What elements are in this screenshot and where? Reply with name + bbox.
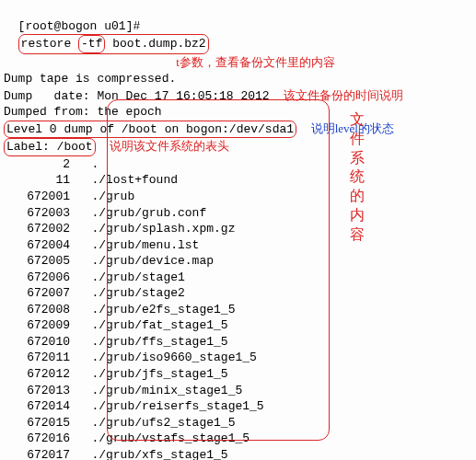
table-row: 672002 ./grub/splash.xpm.gz	[4, 221, 307, 237]
inode-number: 672006	[4, 270, 70, 286]
table-row: 672010 ./grub/ffs_stage1_5	[4, 334, 307, 351]
file-path: ./grub/xfs_stage1_5	[70, 447, 307, 460]
file-path: ./lost+found	[70, 172, 307, 189]
inode-number: 672003	[4, 205, 70, 222]
annotation-t-param: t参数，查看备份文件里的内容	[4, 54, 476, 72]
inode-number: 672017	[4, 447, 70, 460]
file-path: ./grub/splash.xpm.gz	[70, 221, 307, 237]
file-path: ./grub/ufs2_stage1_5	[70, 415, 307, 431]
level-box: Level 0 dump of /boot on bogon:/dev/sda1	[4, 121, 296, 139]
dump-compressed: Dump tape is compressed.	[4, 71, 476, 87]
file-path: ./grub/stage2	[70, 285, 307, 302]
inode-number: 672015	[4, 415, 70, 431]
table-row: 672006 ./grub/stage1	[4, 270, 307, 286]
file-path: ./grub/jfs_stage1_5	[70, 366, 307, 383]
file-path: ./grub/minix_stage1_5	[70, 383, 307, 399]
file-path: ./grub/grub.conf	[70, 205, 307, 222]
file-path: ./grub/stage1	[70, 270, 307, 286]
flag-box: -tf	[78, 35, 105, 53]
file-path: ./grub/device.map	[70, 253, 307, 270]
file-path: ./grub/iso9660_stage1_5	[70, 350, 307, 366]
table-row: 672012 ./grub/jfs_stage1_5	[4, 366, 307, 383]
table-row: 672001 ./grub	[4, 189, 307, 205]
level-line: Level 0 dump of /boot on bogon:/dev/sda1…	[4, 121, 476, 139]
table-row: 672016 ./grub/vstafs_stage1_5	[4, 431, 307, 447]
inode-number: 672016	[4, 431, 70, 447]
file-path: ./grub	[70, 189, 307, 205]
inode-number: 672010	[4, 334, 70, 351]
table-row: 672013 ./grub/minix_stage1_5	[4, 383, 307, 399]
inode-number: 672011	[4, 350, 70, 366]
table-row: 672014 ./grub/reiserfs_stage1_5	[4, 398, 307, 415]
inode-number: 672009	[4, 317, 70, 334]
table-row: 672015 ./grub/ufs2_stage1_5	[4, 415, 307, 431]
inode-number: 672014	[4, 398, 70, 415]
table-row: 672009 ./grub/fat_stage1_5	[4, 317, 307, 334]
command-line-1: [root@bogon u01]# restore -tf boot.dump.…	[4, 2, 476, 54]
file-listing: 2 .11 ./lost+found672001 ./grub672003 ./…	[4, 156, 307, 460]
inode-number: 672007	[4, 285, 70, 302]
label-box: Label: /boot	[4, 138, 96, 156]
table-row: 2 .	[4, 156, 307, 173]
inode-number: 672001	[4, 189, 70, 205]
inode-number: 2	[4, 156, 70, 173]
inode-number: 672005	[4, 253, 70, 270]
dump-date-line: Dump date: Mon Dec 17 16:05:18 2012 该文件备…	[4, 87, 476, 105]
table-row: 11 ./lost+found	[4, 172, 307, 189]
table-row: 672003 ./grub/grub.conf	[4, 205, 307, 222]
label-line: Label: /boot 说明该文件系统的表头	[4, 138, 476, 156]
file-path: ./grub/vstafs_stage1_5	[70, 431, 307, 447]
inode-number: 672012	[4, 366, 70, 383]
table-row: 672004 ./grub/menu.lst	[4, 237, 307, 254]
inode-number: 672002	[4, 221, 70, 237]
file-path: ./grub/reiserfs_stage1_5	[70, 398, 307, 415]
dumped-from: Dumped from: the epoch	[4, 104, 476, 121]
file-path: ./grub/fat_stage1_5	[70, 317, 307, 334]
file-path: ./grub/e2fs_stage1_5	[70, 302, 307, 318]
table-row: 672011 ./grub/iso9660_stage1_5	[4, 350, 307, 366]
file-path: ./grub/menu.lst	[70, 237, 307, 254]
inode-number: 11	[4, 172, 70, 189]
file-path: .	[70, 156, 307, 173]
restore-cmd-box: restore -tf boot.dump.bz2	[18, 34, 209, 54]
file-path: ./grub/ffs_stage1_5	[70, 334, 307, 351]
prompt-1: [root@bogon u01]#	[18, 19, 141, 33]
inode-number: 672004	[4, 237, 70, 254]
table-row: 672007 ./grub/stage2	[4, 285, 307, 302]
table-row: 672017 ./grub/xfs_stage1_5	[4, 447, 307, 460]
inode-number: 672013	[4, 383, 70, 399]
inode-number: 672008	[4, 302, 70, 318]
table-row: 672005 ./grub/device.map	[4, 253, 307, 270]
table-row: 672008 ./grub/e2fs_stage1_5	[4, 302, 307, 318]
